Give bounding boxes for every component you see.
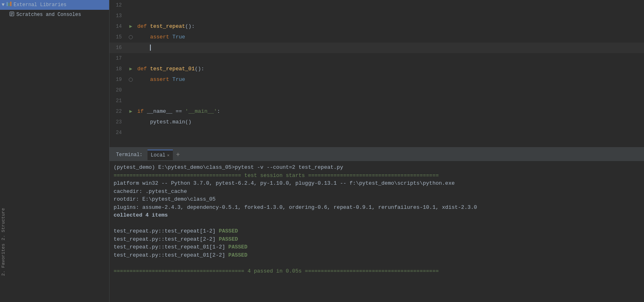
terminal-area: Terminal: Local ✕ + (pytest_demo) E:\pyt… xyxy=(110,149,644,302)
sidebar-item-scratches[interactable]: Scratches and Consoles xyxy=(0,10,109,20)
terminal-tab-close-icon[interactable]: ✕ xyxy=(167,153,170,158)
code-line-12: 12 xyxy=(110,0,644,11)
terminal-line-empty1 xyxy=(114,219,640,228)
terminal-line-test1: test_repeat.py::test_repeat[1-2] PASSED xyxy=(114,227,640,235)
line-num-19: 19 xyxy=(110,74,126,85)
terminal-tabs-bar: Terminal: Local ✕ + xyxy=(110,149,644,161)
terminal-line-collected: collected 4 items xyxy=(114,211,640,219)
main-area: 12 13 14 ▶ def test_repeat(): 15 xyxy=(110,0,644,302)
terminal-line-cachedir: cachedir: .pytest_cache xyxy=(114,188,640,196)
code-lines: 12 13 14 ▶ def test_repeat(): 15 xyxy=(110,0,644,147)
code-line-17: 17 xyxy=(110,53,644,64)
line-num-24: 24 xyxy=(110,128,126,138)
terminal-line-plugins: plugins: assume-2.4.3, dependency-0.5.1,… xyxy=(114,204,640,212)
line-num-13: 13 xyxy=(110,11,126,21)
line-gutter-15 xyxy=(126,35,136,39)
svg-rect-2 xyxy=(10,2,11,6)
line-content-23: pytest.main() xyxy=(136,117,644,128)
code-line-18: 18 ▶ def test_repeat_01(): xyxy=(110,64,644,74)
terminal-line-cmd: (pytest_demo) E:\pytest_demo\class_05>py… xyxy=(114,163,640,172)
library-icon xyxy=(6,1,12,9)
terminal-tab-local-label: Local xyxy=(151,152,165,158)
terminal-label: Terminal: xyxy=(113,151,146,159)
terminal-line-summary: ========================================… xyxy=(114,267,640,275)
code-line-20: 20 xyxy=(110,85,644,96)
terminal-content[interactable]: (pytest_demo) E:\pytest_demo\class_05>py… xyxy=(110,161,644,302)
scratches-icon xyxy=(9,11,15,18)
line-gutter-14-run[interactable]: ▶ xyxy=(126,21,136,32)
line-num-16: 16 xyxy=(110,43,126,53)
code-line-23: 23 pytest.main() xyxy=(110,117,644,128)
line-num-22: 22 xyxy=(110,106,126,117)
terminal-line-platform: platform win32 -- Python 3.7.0, pytest-6… xyxy=(114,179,640,188)
line-num-23: 23 xyxy=(110,117,126,128)
line-num-15: 15 xyxy=(110,32,126,43)
run-icon-22[interactable]: ▶ xyxy=(129,106,132,117)
terminal-line-empty2 xyxy=(114,259,640,267)
code-line-19: 19 assert True xyxy=(110,74,644,85)
line-content-22: if __name__ == '__main__': xyxy=(136,106,644,117)
line-content-16 xyxy=(136,43,644,53)
terminal-line-sep1: ========================================… xyxy=(114,172,640,180)
terminal-line-test3: test_repeat.py::test_repeat_01[1-2] PASS… xyxy=(114,243,640,251)
external-libraries-label: External Libraries xyxy=(13,2,67,8)
run-icon-14[interactable]: ▶ xyxy=(129,21,132,32)
breakpoint-icon-19[interactable] xyxy=(129,78,133,82)
vertical-label-favorites[interactable]: 2. Favorites xyxy=(0,242,7,277)
terminal-tab-local[interactable]: Local ✕ xyxy=(148,150,173,160)
code-line-21: 21 xyxy=(110,96,644,106)
svg-rect-1 xyxy=(9,3,10,6)
terminal-tab-add-button[interactable]: + xyxy=(174,152,182,158)
line-gutter-19 xyxy=(126,78,136,82)
line-content-19: assert True xyxy=(136,74,644,85)
code-line-24: 24 xyxy=(110,128,644,138)
code-editor: 12 13 14 ▶ def test_repeat(): 15 xyxy=(110,0,644,147)
code-line-14: 14 ▶ def test_repeat(): xyxy=(110,21,644,32)
line-num-18: 18 xyxy=(110,64,126,74)
line-gutter-18-run[interactable]: ▶ xyxy=(126,64,136,74)
sidebar-item-external-libraries[interactable]: ▼ External Libraries xyxy=(0,0,109,10)
line-content-18: def test_repeat_01(): xyxy=(136,64,644,74)
run-icon-18[interactable]: ▶ xyxy=(129,64,132,74)
line-num-21: 21 xyxy=(110,96,126,106)
line-content-14: def test_repeat(): xyxy=(136,21,644,32)
terminal-line-rootdir: rootdir: E:\pytest_demo\class_05 xyxy=(114,195,640,204)
collapse-arrow-icon: ▼ xyxy=(2,2,4,8)
vertical-label-structure[interactable]: 2. Structure xyxy=(0,206,7,242)
svg-rect-0 xyxy=(7,2,8,6)
line-num-12: 12 xyxy=(110,0,126,11)
vertical-labels-container: 2. Structure 2. Favorites xyxy=(0,206,7,277)
code-line-13: 13 xyxy=(110,11,644,21)
line-content-15: assert True xyxy=(136,32,644,43)
code-line-15: 15 assert True xyxy=(110,32,644,43)
breakpoint-icon-15[interactable] xyxy=(129,35,133,39)
terminal-line-test2: test_repeat.py::test_repeat[2-2] PASSED xyxy=(114,235,640,244)
sidebar: ▼ External Libraries Sc xyxy=(0,0,110,302)
line-num-17: 17 xyxy=(110,53,126,64)
code-line-16: 16 xyxy=(110,43,644,53)
scratches-label: Scratches and Consoles xyxy=(16,12,81,18)
line-num-20: 20 xyxy=(110,85,126,96)
sidebar-tree: ▼ External Libraries Sc xyxy=(0,0,109,302)
line-gutter-22-run[interactable]: ▶ xyxy=(126,106,136,117)
terminal-line-test4: test_repeat.py::test_repeat_01[2-2] PASS… xyxy=(114,251,640,259)
code-line-22: 22 ▶ if __name__ == '__main__': xyxy=(110,106,644,117)
line-num-14: 14 xyxy=(110,21,126,32)
